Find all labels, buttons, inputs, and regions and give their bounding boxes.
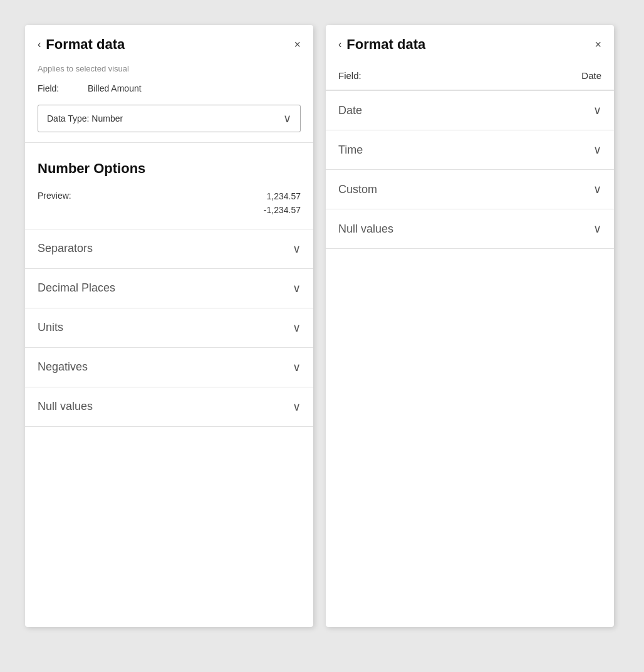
right-accordion-null-values[interactable]: Null values ∨	[326, 209, 614, 248]
right-accordion-custom-label: Custom	[338, 183, 377, 196]
left-panel: ‹ Format data × Applies to selected visu…	[25, 25, 313, 627]
left-accordion-separators-chevron-down-icon: ∨	[293, 242, 301, 256]
left-datatype-chevron-down-icon: ∨	[283, 112, 291, 125]
left-preview-values: 1,234.57 -1,234.57	[94, 189, 301, 218]
left-accordion-separators[interactable]: Separators ∨	[25, 229, 313, 268]
right-accordion-custom-chevron-down-icon: ∨	[593, 182, 601, 196]
right-close-icon[interactable]: ×	[595, 39, 601, 50]
left-accordion-negatives[interactable]: Negatives ∨	[25, 347, 313, 387]
left-preview-row: Preview: 1,234.57 -1,234.57	[25, 183, 313, 229]
left-panel-subtitle: Applies to selected visual	[25, 61, 313, 80]
left-accordion-separators-header[interactable]: Separators ∨	[25, 229, 313, 268]
right-accordion-date-label: Date	[338, 104, 362, 117]
left-accordion-units[interactable]: Units ∨	[25, 308, 313, 347]
left-accordion-units-header[interactable]: Units ∨	[25, 308, 313, 347]
right-accordion-null-values-label: Null values	[338, 223, 393, 236]
left-panel-title: Format data	[46, 36, 125, 53]
right-accordion-custom[interactable]: Custom ∨	[326, 169, 614, 209]
left-field-value: Billed Amount	[88, 83, 142, 93]
right-accordion-time-chevron-down-icon: ∨	[593, 143, 601, 157]
left-field-label: Field:	[38, 83, 88, 93]
left-accordion-negatives-label: Negatives	[38, 360, 88, 374]
left-accordion-null-values-chevron-down-icon: ∨	[293, 400, 301, 414]
right-panel: ‹ Format data × Field: Date Date ∨ Time …	[326, 25, 614, 627]
left-panel-header: ‹ Format data ×	[25, 25, 313, 61]
left-section-heading: Number Options	[25, 143, 313, 183]
right-accordion-date-chevron-down-icon: ∨	[593, 103, 601, 117]
left-accordion-negatives-chevron-down-icon: ∨	[293, 360, 301, 374]
right-accordion-date-header[interactable]: Date ∨	[326, 91, 614, 130]
right-field-label: Field:	[338, 70, 388, 81]
left-datatype-label: Data Type: Number	[47, 113, 123, 123]
left-accordion-units-chevron-down-icon: ∨	[293, 321, 301, 335]
left-panel-header-left: ‹ Format data	[38, 36, 125, 53]
right-divider-bottom	[326, 248, 614, 249]
left-accordion-separators-label: Separators	[38, 242, 93, 255]
right-panel-header: ‹ Format data ×	[326, 25, 614, 61]
left-preview-negative: -1,234.57	[264, 203, 301, 217]
left-preview-label: Preview:	[38, 189, 94, 201]
right-panel-header-left: ‹ Format data	[338, 36, 425, 53]
right-accordion-null-values-header[interactable]: Null values ∨	[326, 209, 614, 248]
left-accordion-decimal-places-chevron-down-icon: ∨	[293, 281, 301, 295]
left-datatype-dropdown[interactable]: Data Type: Number ∨	[38, 105, 301, 132]
left-divider-bottom	[25, 426, 313, 427]
left-accordion-negatives-header[interactable]: Negatives ∨	[25, 348, 313, 387]
left-accordion-decimal-places-label: Decimal Places	[38, 281, 115, 295]
right-accordion-time-header[interactable]: Time ∨	[326, 130, 614, 169]
left-accordion-decimal-places[interactable]: Decimal Places ∨	[25, 268, 313, 308]
left-close-icon[interactable]: ×	[294, 39, 301, 50]
right-accordion-custom-header[interactable]: Custom ∨	[326, 170, 614, 209]
left-preview-positive: 1,234.57	[267, 189, 301, 203]
left-accordion-null-values-header[interactable]: Null values ∨	[25, 387, 313, 426]
right-panel-title: Format data	[346, 36, 425, 53]
right-accordion-date[interactable]: Date ∨	[326, 90, 614, 130]
right-accordion-time[interactable]: Time ∨	[326, 130, 614, 169]
right-field-row: Field: Date	[326, 61, 614, 90]
left-accordion-null-values-label: Null values	[38, 400, 93, 413]
right-accordion-time-label: Time	[338, 144, 363, 157]
left-accordion-units-label: Units	[38, 321, 63, 334]
right-accordion-null-values-chevron-down-icon: ∨	[593, 222, 601, 236]
left-accordion-null-values[interactable]: Null values ∨	[25, 387, 313, 426]
left-back-icon[interactable]: ‹	[38, 39, 41, 50]
right-field-value: Date	[581, 70, 601, 81]
left-field-row: Field: Billed Amount	[25, 80, 313, 100]
left-accordion-decimal-places-header[interactable]: Decimal Places ∨	[25, 269, 313, 308]
right-back-icon[interactable]: ‹	[338, 39, 341, 50]
